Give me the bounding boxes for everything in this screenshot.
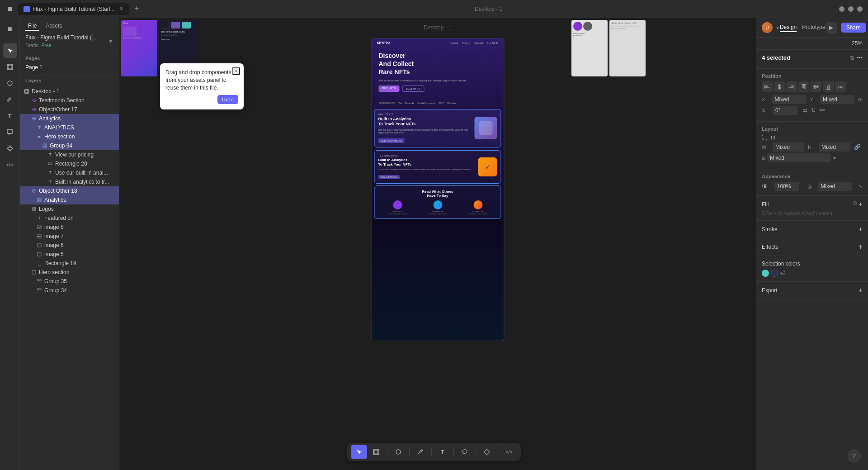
layer-group-34-2[interactable]: Group 34 [20, 286, 119, 295]
window-close-button[interactable] [857, 6, 863, 12]
target-icon[interactable]: ◎ [807, 183, 812, 190]
layer-testimonio[interactable]: Testimonio Section [20, 96, 119, 105]
fill-add-button[interactable]: + [859, 200, 863, 209]
page-1-item[interactable]: Page 1 [25, 63, 113, 72]
got-it-button[interactable]: Got it [217, 95, 238, 104]
layer-analytics-2[interactable]: Analytics [20, 195, 119, 204]
layer-object-17[interactable]: Object/Other 17 [20, 105, 119, 114]
code-tool-button[interactable]: </> [3, 157, 17, 172]
layer-view-pricing[interactable]: T View our pricing [20, 150, 119, 159]
figma-menu-button[interactable]: ■ [3, 22, 17, 36]
canvas-area[interactable]: Nikuu This font is called Outfit. This f… [119, 18, 756, 470]
flip-icon[interactable]: ⇆ [803, 107, 807, 114]
layer-image-8[interactable]: image 8 [20, 223, 119, 232]
constraint-input[interactable] [767, 153, 830, 162]
align-middle-v-button[interactable] [811, 81, 821, 92]
copy-icon[interactable]: ⧉ [850, 55, 854, 61]
assets-tab[interactable]: Assets [43, 22, 65, 31]
layer-image-7[interactable]: image 7 [20, 232, 119, 241]
layer-rectangle-20[interactable]: Rectangle 20 [20, 159, 119, 168]
effects-add-button[interactable]: + [859, 243, 863, 251]
text-tool-button[interactable]: T [3, 109, 17, 123]
layer-group-35[interactable]: Group 35 [20, 277, 119, 286]
layer-group-34[interactable]: Group 34 [20, 141, 119, 150]
more-align-button[interactable]: ••• [835, 81, 846, 92]
more-options-icon[interactable]: ••• [857, 55, 863, 61]
file-tab[interactable]: File [25, 22, 39, 31]
frame-toolbar-button[interactable] [368, 445, 384, 459]
active-tab[interactable]: F Flux - Figma Build Tutorial (Start... … [18, 3, 129, 15]
layer-object-18[interactable]: Object Other 18 [20, 186, 119, 195]
analytics-card-2-selected[interactable]: TESTIMONIALS Built In AnalyticsTo Track … [374, 150, 501, 184]
x-input[interactable] [772, 95, 807, 104]
export-add-button[interactable]: + [859, 286, 863, 294]
layer-built-analytics[interactable]: T Built in analytics to tr... [20, 177, 119, 186]
prototype-tab[interactable]: Prototype [802, 23, 825, 32]
h-input[interactable] [819, 142, 850, 152]
comment-toolbar-button[interactable] [457, 445, 473, 459]
tab-close-icon[interactable]: ✕ [119, 6, 123, 12]
layer-hero-section[interactable]: ■ Hero section [20, 132, 119, 141]
layer-logos[interactable]: Logos [20, 204, 119, 214]
resize-icon[interactable]: ⊡ [771, 134, 775, 141]
comment-tool-button[interactable] [3, 125, 17, 139]
component-toolbar-button[interactable] [479, 445, 495, 459]
design-canvas[interactable]: KRYPTO AboutPricingContactBuy NFTs Disco… [371, 38, 505, 341]
layer-featured-on[interactable]: T Featured on [20, 214, 119, 223]
align-left-button[interactable] [762, 81, 773, 92]
analytics-card-selected[interactable]: ANALYTICS Built In AnalyticsTo Track You… [374, 109, 501, 147]
lock-ratio-icon[interactable]: 🔗 [854, 144, 861, 150]
layer-analytics-text[interactable]: T ANALYTICS [20, 123, 119, 132]
stroke-add-button[interactable]: + [859, 225, 863, 233]
code-toolbar-button[interactable]: </> [501, 445, 517, 459]
frame-tool-button[interactable] [3, 60, 17, 74]
layer-use-built-in[interactable]: T Use our built-in anal... [20, 168, 119, 177]
design-tab[interactable]: Design [780, 23, 797, 32]
rotation-input[interactable] [773, 106, 797, 115]
align-center-h-button[interactable] [774, 81, 785, 92]
shape-toolbar-button[interactable] [390, 445, 406, 459]
layer-desktop-1[interactable]: Desktop - 1 [20, 87, 119, 96]
layer-analytics[interactable]: Analytics [20, 114, 119, 123]
layer-hero-section-2[interactable]: Hero section [20, 268, 119, 277]
share-button[interactable]: Share [841, 23, 866, 33]
constraints-icon[interactable]: ⊞ [858, 96, 863, 103]
layer-rectangle-19[interactable]: ⎯ Rectangle 19 [20, 259, 119, 268]
pen-tool-button[interactable] [3, 92, 17, 107]
expand-icon-2[interactable]: ⛶ [762, 134, 767, 141]
component-tool-button[interactable] [3, 141, 17, 156]
more-options-2[interactable]: ••• [819, 107, 825, 114]
y-input[interactable] [820, 95, 854, 104]
constraint-dropdown-icon[interactable]: ▼ [832, 156, 837, 161]
layer-image-5[interactable]: image 5 [20, 250, 119, 259]
expand-crop-icon[interactable]: ⤡ [858, 183, 863, 190]
select-toolbar-button[interactable] [351, 445, 367, 459]
shape-tool-button[interactable] [3, 76, 17, 90]
window-maximize-button[interactable] [848, 6, 854, 12]
avatar-dropdown-icon[interactable]: ▼ [775, 25, 780, 30]
user-avatar-button[interactable]: U [762, 22, 773, 33]
expand-icon[interactable]: ▼ [108, 38, 113, 44]
sell-nfts-button[interactable]: SELL NFTS [402, 85, 425, 92]
text-toolbar-button[interactable]: T [434, 445, 451, 459]
w-input[interactable] [773, 142, 804, 152]
opacity-input[interactable] [774, 182, 799, 191]
align-bottom-button[interactable] [823, 81, 834, 92]
select-tool-button[interactable] [3, 43, 17, 58]
play-button[interactable]: ▶ [826, 22, 837, 33]
layer-image-6[interactable]: image 6 [20, 241, 119, 250]
color-teal-swatch[interactable] [762, 270, 769, 277]
pen-toolbar-button[interactable] [412, 445, 429, 459]
buy-nfts-button[interactable]: BUY NFTS [379, 85, 400, 92]
visibility-toggle[interactable]: 👁 [762, 183, 768, 190]
blend-mode-select[interactable] [818, 182, 852, 191]
tooltip-close-button[interactable]: ✕ [232, 67, 240, 75]
window-minimize-button[interactable] [839, 6, 844, 12]
align-top-button[interactable] [798, 81, 809, 92]
color-dark-swatch[interactable] [771, 270, 778, 277]
align-right-button[interactable] [786, 81, 797, 92]
flip-v-icon[interactable]: ⇅ [811, 107, 816, 114]
testimonials-selected[interactable]: Read What OthersHave To Say OLIVIA COLE … [374, 185, 501, 219]
help-button[interactable]: ? [847, 449, 861, 463]
add-tab-button[interactable]: + [131, 4, 143, 14]
